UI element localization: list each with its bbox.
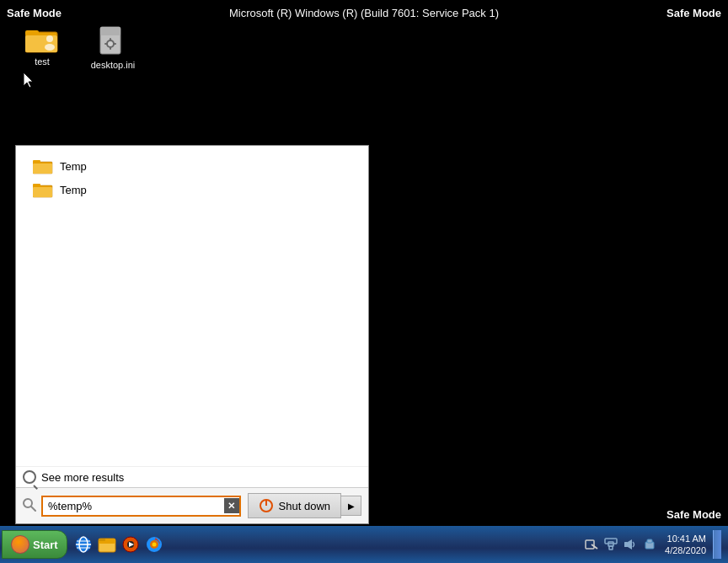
- folder-mini-icon-1: [33, 158, 53, 174]
- tray-volume-icon[interactable]: [622, 536, 639, 553]
- svg-rect-46: [647, 539, 652, 543]
- see-more-search-icon: [23, 470, 36, 484]
- svg-rect-13: [114, 43, 116, 45]
- svg-rect-31: [99, 539, 105, 541]
- folder-user-icon: [25, 25, 59, 54]
- shutdown-label: Shut down: [279, 500, 330, 512]
- svg-rect-19: [33, 184, 40, 187]
- tray-icons: [583, 536, 658, 553]
- svg-point-4: [46, 35, 53, 42]
- power-icon: [259, 498, 274, 513]
- search-input-wrap: ✕: [41, 496, 241, 517]
- desktop-icon-test[interactable]: test: [17, 25, 67, 70]
- svg-rect-11: [110, 47, 111, 50]
- safe-mode-label-br: Safe Mode: [666, 508, 721, 521]
- search-input[interactable]: [41, 496, 241, 517]
- start-menu-item-temp1[interactable]: Temp: [28, 154, 356, 178]
- tray-safely-remove-icon[interactable]: [641, 536, 658, 553]
- start-menu-content: Temp Temp: [16, 146, 368, 466]
- taskbar: Start: [0, 526, 728, 563]
- start-menu-item-temp2[interactable]: Temp: [28, 178, 356, 201]
- see-more-label: See more results: [41, 471, 124, 484]
- svg-marker-44: [628, 539, 632, 550]
- quick-launch: [72, 534, 165, 555]
- svg-rect-3: [25, 30, 39, 35]
- svg-rect-16: [33, 160, 40, 164]
- show-desktop-button[interactable]: [713, 530, 721, 559]
- search-clear-button[interactable]: ✕: [224, 498, 239, 513]
- start-button[interactable]: Start: [2, 530, 67, 559]
- shutdown-arrow-button[interactable]: ▶: [341, 496, 361, 516]
- taskbar-right: 10:41 AM 4/28/2020: [583, 530, 728, 559]
- tray-network-icon[interactable]: [602, 536, 619, 553]
- svg-line-21: [31, 507, 35, 511]
- ie-icon[interactable]: [72, 534, 94, 555]
- svg-rect-41: [609, 546, 613, 550]
- settings-file-icon: [97, 25, 129, 57]
- svg-rect-18: [33, 187, 52, 197]
- svg-rect-42: [605, 539, 617, 544]
- search-bar-icon: [23, 498, 36, 514]
- explorer-icon[interactable]: [96, 534, 118, 555]
- svg-point-5: [45, 44, 55, 51]
- svg-rect-43: [624, 542, 628, 547]
- svg-rect-10: [110, 38, 111, 40]
- desktop-icon-desktopini[interactable]: desktop.ini: [88, 25, 138, 70]
- svg-marker-0: [24, 72, 33, 88]
- shutdown-area: Shut down ▶: [248, 493, 361, 518]
- clock[interactable]: 10:41 AM 4/28/2020: [665, 533, 706, 557]
- tray-search-icon[interactable]: [583, 536, 600, 553]
- desktop-icon-test-label: test: [35, 56, 50, 67]
- cursor-arrow: [24, 72, 35, 88]
- start-menu: Temp Temp See more results ✕: [15, 145, 369, 524]
- svg-rect-7: [100, 27, 120, 35]
- safe-mode-label-tl: Safe Mode: [7, 7, 62, 19]
- folder-mini-icon-2: [33, 181, 53, 198]
- windows-orb: [11, 535, 29, 554]
- safe-mode-label-tr: Safe Mode: [666, 7, 721, 19]
- start-menu-item-temp1-label: Temp: [60, 160, 87, 173]
- search-bar: ✕ Shut down ▶: [16, 487, 368, 523]
- media-player-icon[interactable]: [120, 534, 142, 555]
- svg-point-9: [108, 41, 113, 46]
- clock-date: 4/28/2020: [665, 544, 706, 556]
- desktop-icons: test desktop.ini: [17, 25, 138, 70]
- shutdown-button[interactable]: Shut down: [248, 493, 341, 518]
- svg-rect-12: [104, 43, 107, 45]
- firefox-icon[interactable]: [143, 534, 165, 555]
- start-menu-item-temp2-label: Temp: [60, 184, 87, 196]
- desktop-icon-desktopini-label: desktop.ini: [91, 60, 136, 70]
- svg-rect-15: [33, 164, 52, 174]
- see-more-results[interactable]: See more results: [16, 466, 368, 487]
- clock-time: 10:41 AM: [667, 533, 706, 544]
- svg-point-37: [152, 543, 156, 547]
- magnifier-icon: [23, 498, 36, 512]
- windows-title: Microsoft (R) Windows (R) (Build 7601: S…: [229, 7, 499, 19]
- start-label: Start: [33, 539, 58, 551]
